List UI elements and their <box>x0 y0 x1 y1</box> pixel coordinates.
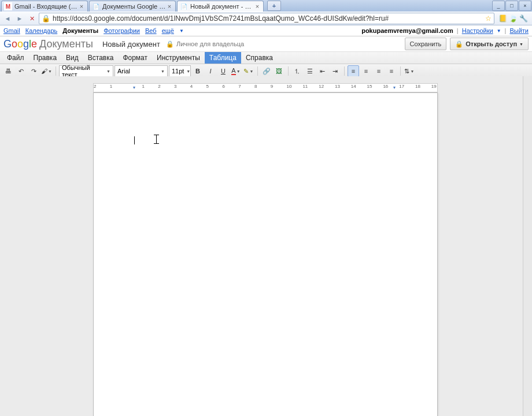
image-icon: 🖼 <box>276 68 282 75</box>
menu-format[interactable]: Формат <box>118 52 152 64</box>
gbar-link-logout[interactable]: Выйти <box>509 27 529 34</box>
increase-indent-button[interactable]: ⇥ <box>330 65 341 77</box>
ruler-tick: 15 <box>367 84 372 92</box>
chevron-down-icon: ▼ <box>161 69 165 73</box>
ruler-tick: 2 <box>158 84 160 92</box>
url-bar[interactable]: 🔒 https://docs0.google.com/document/d/1l… <box>39 13 494 24</box>
numbered-list-icon: ⒈ <box>294 67 300 76</box>
align-right-icon: ≡ <box>377 68 380 75</box>
print-icon: 🖶 <box>5 68 12 75</box>
chevron-down-icon: ▼ <box>519 42 523 46</box>
chevron-down-icon[interactable]: ▼ <box>179 28 184 34</box>
window-controls: _ □ × <box>492 0 532 10</box>
bold-icon: B <box>195 68 200 75</box>
menu-edit[interactable]: Правка <box>29 52 62 64</box>
menu-view[interactable]: Вид <box>61 52 83 64</box>
close-window-button[interactable]: × <box>519 1 531 11</box>
align-center-button[interactable]: ≡ <box>360 65 372 77</box>
insert-image-button[interactable]: 🖼 <box>274 65 285 77</box>
ruler-tick: 17 <box>399 84 404 92</box>
close-icon[interactable]: × <box>166 3 173 10</box>
paragraph-style-select[interactable]: Обычный текст▼ <box>59 65 113 77</box>
gbar-link-settings[interactable]: Настройки <box>462 27 493 34</box>
ruler-tick: 1 <box>110 84 112 92</box>
numbered-list-button[interactable]: ⒈ <box>291 65 303 77</box>
close-icon[interactable]: × <box>78 3 85 10</box>
gbar-link-documents[interactable]: Документы <box>62 27 98 34</box>
ruler-tick: 13 <box>335 84 340 92</box>
google-docs-logo[interactable]: Google Документы <box>3 38 93 50</box>
italic-button[interactable]: I <box>205 65 216 77</box>
text-color-button[interactable]: A▼ <box>230 65 242 77</box>
redo-button[interactable]: ↷ <box>28 65 39 77</box>
ruler-tick: 19 <box>431 84 437 92</box>
undo-button[interactable]: ↶ <box>15 65 27 77</box>
align-left-icon: ≡ <box>352 68 355 75</box>
font-family-select[interactable]: Arial▼ <box>114 65 168 77</box>
close-icon[interactable]: × <box>254 3 261 10</box>
back-button[interactable]: ◄ <box>2 13 13 24</box>
browser-tab[interactable]: 📄 Документы Google - Все … × <box>89 1 176 12</box>
document-page[interactable] <box>93 92 438 416</box>
ruler-tick: 12 <box>319 84 324 92</box>
ruler-tick: 10 <box>287 84 292 92</box>
align-left-button[interactable]: ≡ <box>348 65 359 77</box>
print-button[interactable]: 🖶 <box>2 65 14 77</box>
chevron-down-icon[interactable]: ▼ <box>497 28 501 34</box>
wrench-icon[interactable]: 🔧 <box>519 14 527 23</box>
text-color-icon: A <box>231 67 235 75</box>
vertical-scrollbar[interactable] <box>523 76 532 416</box>
line-spacing-icon: ⇅ <box>404 68 409 75</box>
ruler-tick: 3 <box>174 84 176 92</box>
left-indent-marker[interactable]: ▾ <box>133 85 135 90</box>
browser-tab[interactable]: 📄 Новый документ - Докум… × <box>177 1 264 12</box>
horizontal-ruler[interactable]: ▾ ▾ 2112345678910111213141516171819 <box>93 83 438 92</box>
bulleted-list-button[interactable]: ☰ <box>304 65 316 77</box>
text-cursor <box>134 136 135 144</box>
line-spacing-button[interactable]: ⇅▼ <box>404 65 415 77</box>
save-button[interactable]: Сохранить <box>405 38 447 50</box>
extension-icon[interactable]: 📒 <box>498 14 507 23</box>
share-button[interactable]: 🔒 Открыть доступ ▼ <box>450 38 529 50</box>
tab-title: Gmail - Входящие (3) - pok… <box>14 3 78 10</box>
menu-tools[interactable]: Инструменты <box>152 52 205 64</box>
gbar-link-gmail[interactable]: Gmail <box>3 27 20 34</box>
insert-link-button[interactable]: 🔗 <box>261 65 272 77</box>
ruler-tick: 4 <box>190 84 193 92</box>
underline-icon: U <box>221 68 226 75</box>
gbar-link-web[interactable]: Веб <box>145 27 157 34</box>
account-email: pokupaemvremya@gmail.com <box>361 27 453 34</box>
decrease-indent-button[interactable]: ⇤ <box>317 65 328 77</box>
extension-icon[interactable]: 🍃 <box>509 14 517 23</box>
menu-insert[interactable]: Вставка <box>83 52 119 64</box>
menu-file[interactable]: Файл <box>2 52 29 64</box>
gbar-link-calendar[interactable]: Календарь <box>25 27 58 34</box>
menu-table[interactable]: Таблица <box>205 52 241 64</box>
bold-button[interactable]: B <box>192 65 204 77</box>
font-size-select[interactable]: 11pt▼ <box>169 65 191 77</box>
stop-reload-button[interactable]: ✕ <box>27 13 37 24</box>
minimize-button[interactable]: _ <box>492 1 505 11</box>
new-tab-button[interactable]: + <box>267 1 281 11</box>
bookmark-star-icon[interactable]: ☆ <box>485 14 492 23</box>
privacy-indicator[interactable]: 🔒 Личное для владельца <box>166 40 244 48</box>
forward-button[interactable]: ► <box>14 13 25 24</box>
gbar-link-photos[interactable]: Фотографии <box>104 27 140 34</box>
gbar-link-more[interactable]: ещё <box>162 27 174 34</box>
menu-help[interactable]: Справка <box>241 52 278 64</box>
highlight-color-button[interactable]: ✎▼ <box>243 65 254 77</box>
paint-format-button[interactable]: 🖌▼ <box>40 65 53 77</box>
underline-button[interactable]: U <box>217 65 229 77</box>
chevron-down-icon: ▼ <box>186 69 190 73</box>
maximize-button[interactable]: □ <box>505 1 518 11</box>
align-justify-button[interactable]: ≡ <box>386 65 397 77</box>
paint-roller-icon: 🖌 <box>41 68 47 75</box>
ruler-tick: 8 <box>254 84 257 92</box>
align-right-button[interactable]: ≡ <box>373 65 385 77</box>
right-indent-marker[interactable]: ▾ <box>393 85 396 90</box>
document-title[interactable]: Новый документ <box>102 40 160 49</box>
align-justify-icon: ≡ <box>390 68 393 75</box>
redo-icon: ↷ <box>31 68 36 75</box>
browser-tab-strip: M Gmail - Входящие (3) - pok… × 📄 Докуме… <box>0 0 532 12</box>
browser-tab[interactable]: M Gmail - Входящие (3) - pok… × <box>1 1 88 12</box>
